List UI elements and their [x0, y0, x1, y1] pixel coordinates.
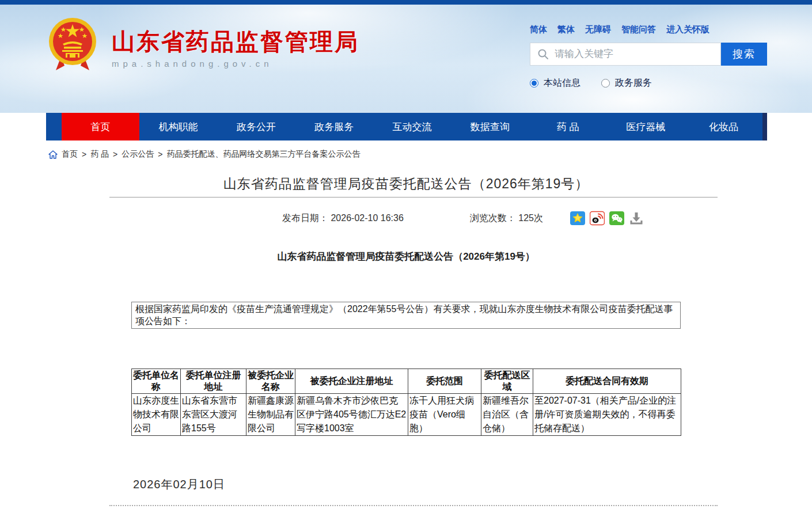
top-accent-bar: [0, 0, 812, 5]
cell-trustee-name: 新疆鑫康源生物制品有限公司: [246, 394, 295, 436]
cell-region: 新疆维吾尔自治区（含仓储）: [481, 394, 533, 436]
table-row: 山东亦度生物技术有限公司 山东省东营市东营区大渡河路155号 新疆鑫康源生物制品…: [132, 394, 681, 436]
radio-selected-icon[interactable]: [530, 79, 538, 88]
radio-gov-services[interactable]: 政务服务: [601, 77, 652, 89]
view-count-value: 125次: [518, 213, 543, 223]
article-subtitle: 山东省药品监督管理局疫苗委托配送公告（2026年第19号）: [0, 250, 812, 263]
nav-item-label: 首页: [91, 120, 111, 134]
home-icon: [48, 150, 58, 159]
site-logo[interactable]: 山东省药品监督管理局 mpa.shandong.gov.cn: [48, 17, 359, 73]
article-body-paragraph: 根据国家药监局印发的《疫苗生产流通管理规定》（2022年第55号公告）有关要求，…: [131, 302, 681, 329]
radio-unselected-icon[interactable]: [601, 79, 610, 88]
radio-site-info[interactable]: 本站信息: [530, 77, 580, 89]
search-scope-options: 本站信息 政务服务: [530, 77, 652, 89]
link-simplified-chinese[interactable]: 简体: [530, 24, 547, 35]
site-url: mpa.shandong.gov.cn: [112, 59, 359, 69]
link-traditional-chinese[interactable]: 繁体: [557, 24, 575, 35]
view-count: 浏览次数： 125次: [470, 212, 543, 225]
nav-item-label: 机构职能: [159, 120, 198, 134]
download-icon[interactable]: [629, 211, 644, 226]
national-emblem-icon: [48, 17, 97, 73]
nav-item-label: 医疗器械: [626, 120, 665, 134]
breadcrumb: 首页 > 药 品 > 公示公告 > 药品委托配送、药品网络交易第三方平台备案公示…: [48, 149, 360, 159]
publish-date: 发布日期： 2026-02-10 16:36: [282, 212, 404, 225]
radio-gov-services-label: 政务服务: [615, 77, 652, 89]
nav-item-data-query[interactable]: 数据查询: [451, 113, 529, 140]
nav-item-label: 互动交流: [393, 120, 432, 134]
title-divider: [109, 197, 718, 197]
search-input[interactable]: [555, 48, 714, 60]
cell-scope: 冻干人用狂犬病疫苗（Vero细胞）: [408, 394, 481, 436]
nav-item-interaction[interactable]: 互动交流: [373, 113, 451, 140]
share-toolbar: [570, 211, 644, 226]
publish-date-value: 2026-02-10 16:36: [331, 213, 403, 223]
nav-item-gov-services[interactable]: 政务服务: [295, 113, 373, 140]
nav-item-label: 药 品: [557, 120, 579, 134]
breadcrumb-home[interactable]: 首页: [62, 149, 78, 159]
nav-item-drugs[interactable]: 药 品: [529, 113, 606, 140]
nav-item-organization[interactable]: 机构职能: [139, 113, 217, 140]
site-name: 山东省药品监督管理局: [112, 29, 359, 54]
article-meta: 发布日期： 2026-02-10 16:36 浏览次数： 125次: [282, 211, 644, 226]
search-bar: 搜索: [530, 43, 767, 66]
search-box[interactable]: [530, 43, 721, 66]
weibo-share-icon[interactable]: [590, 211, 605, 226]
breadcrumb-separator: >: [82, 150, 86, 159]
nav-item-medical-devices[interactable]: 医疗器械: [607, 113, 685, 140]
cell-client-name: 山东亦度生物技术有限公司: [132, 394, 181, 436]
th-contract-validity: 委托配送合同有效期: [533, 369, 681, 394]
breadcrumb-current[interactable]: 药品委托配送、药品网络交易第三方平台备案公示公告: [166, 149, 360, 159]
link-elder-mode[interactable]: 进入关怀版: [666, 24, 709, 35]
breadcrumb-announcements[interactable]: 公示公告: [122, 149, 154, 159]
breadcrumb-separator: >: [113, 150, 117, 159]
wechat-share-icon[interactable]: [609, 211, 624, 226]
th-scope: 委托范围: [408, 369, 481, 394]
radio-site-info-label: 本站信息: [544, 77, 580, 89]
main-navigation: 首页 机构职能 政务公开 政务服务 互动交流 数据查询 药 品 医疗器械 化妆品: [46, 113, 767, 140]
publish-date-label: 发布日期：: [282, 213, 328, 223]
th-region: 委托配送区域: [481, 369, 533, 394]
qzone-share-icon[interactable]: [570, 211, 585, 226]
th-trustee-address: 被委托企业注册地址: [295, 369, 408, 394]
document-date: 2026年02月10日: [133, 477, 225, 492]
cell-client-address: 山东省东营市东营区大渡河路155号: [181, 394, 246, 436]
nav-item-label: 化妆品: [709, 120, 738, 134]
link-smart-qa[interactable]: 智能问答: [621, 24, 656, 35]
breadcrumb-separator: >: [158, 150, 162, 159]
nav-item-gov-open[interactable]: 政务公开: [217, 113, 295, 140]
link-accessibility[interactable]: 无障碍: [585, 24, 611, 35]
th-client-address: 委托单位注册地址: [181, 369, 246, 394]
nav-item-home[interactable]: 首页: [62, 113, 139, 140]
nav-item-label: 数据查询: [470, 120, 510, 134]
site-header: 山东省药品监督管理局 mpa.shandong.gov.cn 简体 繁体 无障碍…: [0, 5, 812, 113]
nav-item-label: 政务公开: [237, 120, 276, 134]
delegation-table: 委托单位名称 委托单位注册地址 被委托企业名称 被委托企业注册地址 委托范围 委…: [131, 369, 681, 436]
utility-links: 简体 繁体 无障碍 智能问答 进入关怀版: [530, 24, 709, 35]
nav-item-cosmetics[interactable]: 化妆品: [685, 113, 762, 140]
cell-contract-validity: 至2027-07-31（相关产品/企业的注册/许可资质逾期失效的，不得再委托储存…: [533, 394, 681, 436]
table-header-row: 委托单位名称 委托单位注册地址 被委托企业名称 被委托企业注册地址 委托范围 委…: [132, 369, 681, 394]
cell-trustee-address: 新疆乌鲁木齐市沙依巴克区伊宁路405号德汇万达E2写字楼1003室: [295, 394, 408, 436]
page-title: 山东省药品监督管理局疫苗委托配送公告（2026年第19号）: [0, 175, 812, 193]
nav-item-label: 政务服务: [314, 120, 354, 134]
th-trustee-name: 被委托企业名称: [246, 369, 295, 394]
view-count-label: 浏览次数：: [470, 213, 516, 223]
bottom-divider: [109, 505, 718, 506]
search-button[interactable]: 搜索: [721, 43, 767, 66]
breadcrumb-drugs[interactable]: 药 品: [90, 149, 109, 159]
search-icon: [537, 48, 549, 60]
th-client-name: 委托单位名称: [132, 369, 181, 394]
